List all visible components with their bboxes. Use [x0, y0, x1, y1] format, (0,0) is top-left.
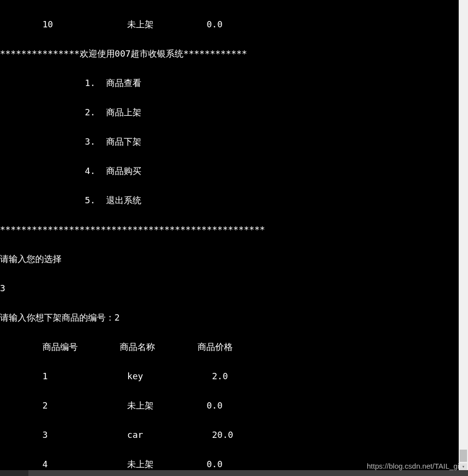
horizontal-scrollbar[interactable]	[0, 470, 468, 476]
scrollbar-thumb[interactable]	[460, 450, 467, 462]
separator-line: ****************************************…	[0, 225, 459, 235]
menu-line: 5. 退出系统	[0, 195, 459, 205]
table-row: 2 未上架 0.0	[0, 401, 459, 411]
vertical-scrollbar[interactable]: ▾	[459, 0, 468, 470]
prompt-line: 请输入你想下架商品的编号：2	[0, 313, 459, 323]
banner-line: ***************欢迎使用007超市收银系统************	[0, 49, 459, 59]
menu-line: 2. 商品上架	[0, 108, 459, 117]
terminal-window[interactable]: 10 未上架 0.0 ***************欢迎使用007超市收银系统*…	[0, 0, 459, 470]
table-row: 1 key 2.0	[0, 371, 459, 381]
table-row: 3 car 20.0	[0, 430, 459, 440]
menu-line: 4. 商品购买	[0, 166, 459, 176]
prompt-line: 请输入您的选择	[0, 254, 459, 264]
scroll-down-arrow-icon[interactable]: ▾	[460, 463, 467, 470]
menu-line: 3. 商品下架	[0, 137, 459, 147]
output-line: 10 未上架 0.0	[0, 20, 459, 29]
menu-line: 1. 商品查看	[0, 78, 459, 88]
user-input-line: 3	[0, 283, 459, 293]
scrollbar-corner	[0, 470, 28, 476]
watermark-text: https://blog.csdn.net/TAIL_gi	[367, 462, 459, 470]
table-header-line: 商品编号 商品名称 商品价格	[0, 342, 459, 352]
